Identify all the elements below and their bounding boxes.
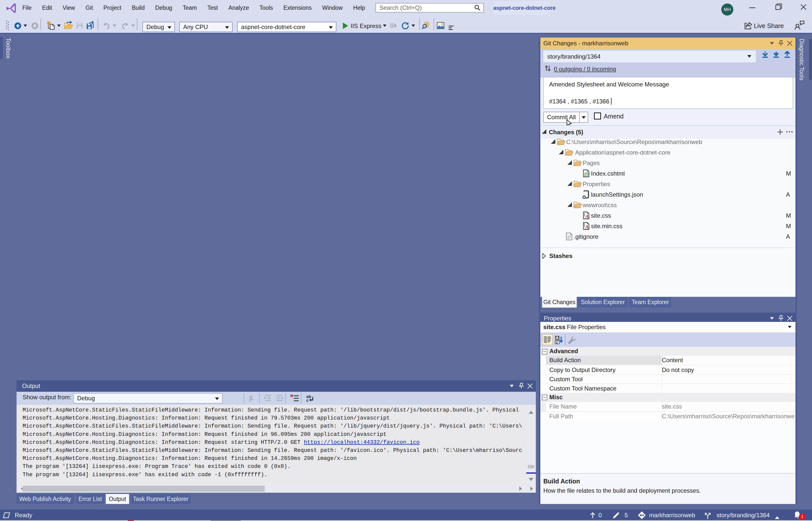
svg-text:A: A	[585, 224, 589, 230]
svg-text:@: @	[584, 171, 589, 177]
svg-text:c: c	[306, 398, 308, 402]
svg-text:A: A	[556, 336, 559, 340]
svg-text:A: A	[585, 213, 589, 220]
svg-text:z: z	[556, 340, 558, 344]
